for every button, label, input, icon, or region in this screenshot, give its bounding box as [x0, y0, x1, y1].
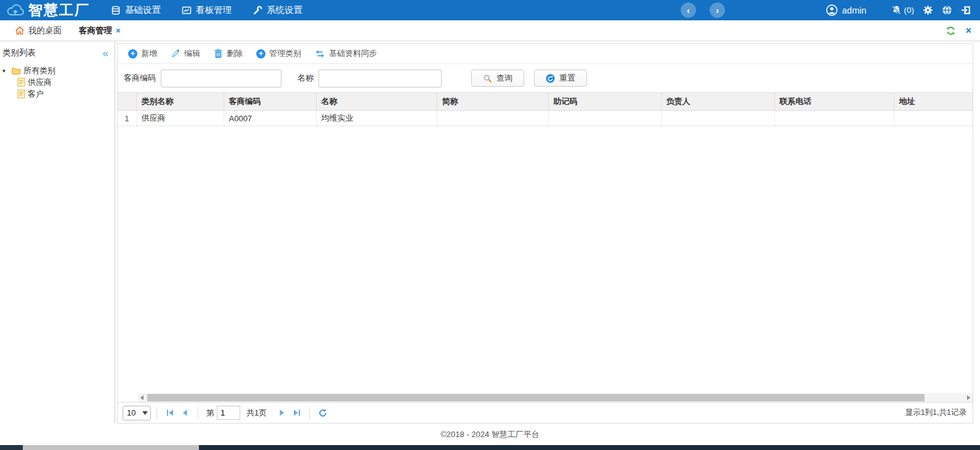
- button-label: 查询: [496, 73, 512, 84]
- category-tree: ▾ 所有类别 供应商: [2, 65, 111, 100]
- cell-customer-code: A0007: [224, 111, 316, 126]
- grid-toolbar: + 新增 编辑: [118, 44, 973, 64]
- refresh-grid-button[interactable]: [315, 406, 330, 420]
- tabbar-actions: ×: [946, 26, 974, 36]
- refresh-tab-icon[interactable]: [946, 26, 956, 36]
- language-button[interactable]: [942, 5, 952, 15]
- name-label: 名称: [298, 73, 314, 84]
- tree-node-customer[interactable]: 客户: [2, 88, 111, 100]
- table-row[interactable]: 1 供应商 A0007 均维实业: [118, 111, 973, 126]
- tab-nav-arrows: ‹ ›: [681, 2, 725, 18]
- close-tab-icon[interactable]: ×: [966, 26, 971, 36]
- delete-button[interactable]: 删除: [208, 46, 248, 62]
- tab-customer-management[interactable]: 客商管理 ×: [70, 20, 129, 41]
- settings-button[interactable]: [923, 5, 933, 15]
- last-page-button[interactable]: [289, 406, 304, 420]
- board-icon: [182, 6, 192, 15]
- gear-icon: [923, 5, 933, 15]
- menu-item-label: 基础设置: [125, 4, 161, 16]
- col-header-address[interactable]: 地址: [894, 93, 973, 111]
- data-grid: 类别名称 客商编码 名称 简称 助记码 负责人 联系电话 地址 1 供应商 A0: [118, 92, 973, 126]
- manage-category-button[interactable]: + 管理类别: [251, 46, 307, 62]
- menu-item-label: 系统设置: [267, 4, 302, 16]
- tree-node-label: 所有类别: [23, 65, 55, 76]
- prev-page-icon: [182, 409, 188, 417]
- topbar: 智慧工厂 基础设置 看板管理: [0, 0, 980, 20]
- col-header-short-name[interactable]: 简称: [437, 93, 548, 111]
- edit-button[interactable]: 编辑: [165, 46, 206, 62]
- sync-base-data-button[interactable]: 基础资料同步: [309, 46, 383, 62]
- collapse-sidebar-icon[interactable]: «: [103, 48, 108, 58]
- tree-node-label: 供应商: [28, 77, 52, 88]
- tab-close-icon[interactable]: ×: [116, 26, 121, 35]
- trash-icon: [214, 49, 223, 58]
- plus-circle-icon: +: [128, 49, 137, 58]
- sync-icon: [315, 49, 325, 58]
- sidebar-title: 类别列表: [2, 47, 36, 58]
- col-header-phone[interactable]: 联系电话: [774, 93, 894, 111]
- add-button[interactable]: + 新增: [123, 46, 163, 62]
- scrollbar-thumb[interactable]: [147, 394, 925, 401]
- tab-scroll-left-button[interactable]: ‹: [681, 2, 696, 18]
- last-page-icon: [293, 409, 301, 417]
- cell-category-name: 供应商: [136, 111, 224, 126]
- search-form: 客商编码 名称 查询: [118, 64, 973, 92]
- scroll-left-arrow-icon[interactable]: [137, 393, 146, 402]
- next-page-button[interactable]: [274, 406, 289, 420]
- cell-mnemonic-code: [548, 111, 661, 126]
- page-prefix-label: 第: [206, 408, 214, 419]
- globe-icon: [942, 5, 952, 15]
- name-input[interactable]: [318, 70, 442, 87]
- tree-node-supplier[interactable]: 供应商: [2, 76, 111, 88]
- customer-code-input[interactable]: [161, 70, 281, 87]
- file-icon: [17, 78, 25, 87]
- app-logo: 智慧工厂: [0, 1, 99, 20]
- user-menu[interactable]: admin: [826, 4, 867, 16]
- notifications-button[interactable]: (0): [891, 5, 915, 15]
- wrench-icon: [253, 6, 262, 15]
- scroll-right-arrow-icon[interactable]: [964, 393, 973, 402]
- prev-page-button[interactable]: [177, 406, 192, 420]
- tab-my-desktop[interactable]: 我的桌面: [6, 20, 70, 41]
- topbar-right: ‹ › admin (0): [681, 2, 980, 18]
- menu-item-board-management[interactable]: 看板管理: [174, 0, 239, 20]
- tab-label: 我的桌面: [28, 25, 62, 36]
- col-header-name[interactable]: 名称: [316, 93, 437, 111]
- logout-button[interactable]: [961, 5, 971, 15]
- customer-code-label: 客商编码: [124, 73, 156, 84]
- col-header-mnemonic-code[interactable]: 助记码: [548, 93, 661, 111]
- page-number-input[interactable]: [217, 406, 240, 420]
- first-page-button[interactable]: [163, 406, 177, 420]
- tab-label: 客商管理: [79, 25, 112, 36]
- page-size-dropdown[interactable]: 10: [123, 406, 151, 420]
- tree-node-all-categories[interactable]: ▾ 所有类别: [2, 65, 111, 76]
- col-header-person-in-charge[interactable]: 负责人: [661, 93, 774, 111]
- logout-icon: [961, 5, 971, 15]
- menu-item-system-settings[interactable]: 系统设置: [245, 0, 310, 20]
- menu-item-basic-settings[interactable]: 基础设置: [103, 0, 168, 20]
- menu-item-label: 看板管理: [196, 4, 232, 16]
- tab-scroll-right-button[interactable]: ›: [710, 2, 725, 18]
- cell-name: 均维实业: [316, 111, 437, 126]
- cell-address: [894, 111, 973, 126]
- copyright-text: ©2018 - 2024 智慧工厂平台: [440, 430, 540, 439]
- main-panel: + 新增 编辑: [117, 43, 973, 424]
- user-avatar-icon: [826, 4, 838, 16]
- tree-expander-icon[interactable]: ▾: [2, 68, 9, 74]
- col-header-rownum[interactable]: [118, 93, 136, 111]
- query-button[interactable]: 查询: [471, 70, 524, 87]
- horizontal-scrollbar[interactable]: [137, 393, 973, 402]
- pager-info: 显示1到1,共1记录: [905, 408, 966, 418]
- reset-icon: [546, 74, 555, 83]
- bell-muted-icon: [891, 5, 902, 15]
- reset-button[interactable]: 重置: [534, 70, 587, 87]
- col-header-category-name[interactable]: 类别名称: [136, 93, 224, 111]
- col-header-customer-code[interactable]: 客商编码: [224, 93, 316, 111]
- refresh-icon: [318, 409, 327, 417]
- home-icon: [15, 26, 25, 35]
- plus-circle-icon: +: [256, 49, 265, 58]
- button-label: 新增: [141, 48, 157, 59]
- page-size-select[interactable]: 10: [123, 406, 151, 420]
- grid-empty-area: [118, 126, 973, 393]
- sidebar-header: 类别列表 «: [2, 47, 111, 65]
